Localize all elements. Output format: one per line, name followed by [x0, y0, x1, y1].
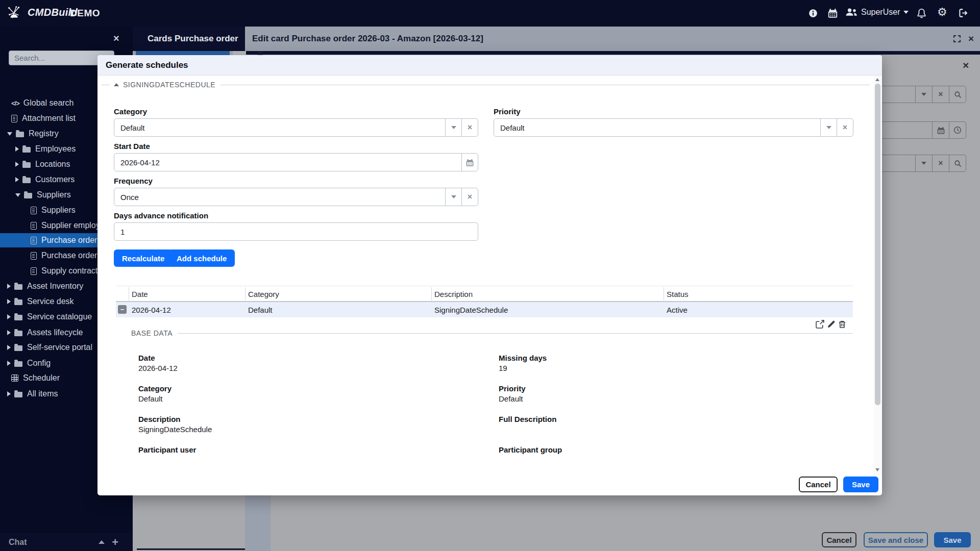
delete-trash-icon[interactable]: [838, 320, 846, 329]
days-advance-label: Days advance notification: [114, 211, 208, 220]
search-icon: [949, 86, 966, 103]
caret-right-icon: [15, 177, 19, 182]
category-input[interactable]: [114, 119, 445, 136]
detail-priority-value: Default: [499, 394, 523, 403]
document-icon: [31, 252, 37, 260]
add-schedule-button[interactable]: Add schedule: [168, 249, 235, 267]
folder-icon: [22, 178, 31, 183]
calendar-icon[interactable]: [461, 154, 478, 171]
clear-icon[interactable]: ×: [837, 119, 853, 136]
cell-status: Active: [667, 306, 688, 314]
folder-icon: [14, 299, 22, 305]
folder-icon: [14, 284, 22, 290]
chat-bar[interactable]: Chat +: [0, 533, 133, 551]
background-save-and-close-button[interactable]: Save and close: [864, 532, 928, 547]
dialog-scrollbar[interactable]: [874, 76, 881, 475]
caret-right-icon: [15, 146, 19, 152]
dialog-close-icon[interactable]: ×: [963, 59, 969, 71]
cell-date: 2026-04-12: [132, 306, 171, 314]
caret-right-icon: [7, 391, 11, 396]
start-date-input[interactable]: [114, 154, 461, 171]
environment-label: DEMO: [70, 8, 100, 19]
clear-icon[interactable]: ×: [461, 188, 478, 206]
folder-icon: [16, 132, 24, 137]
search-icon: [949, 155, 966, 171]
collapse-row-icon[interactable]: −: [118, 305, 127, 314]
detail-category-value: Default: [138, 394, 163, 403]
caret-down-icon[interactable]: [445, 188, 461, 206]
chevron-down-icon: [903, 11, 909, 14]
detail-missing-days-value: 19: [499, 364, 507, 372]
maximize-icon[interactable]: [953, 35, 961, 43]
collapse-section-icon[interactable]: [114, 83, 119, 86]
caret-down-icon[interactable]: [820, 119, 837, 136]
col-date: Date: [132, 290, 148, 298]
top-bar: CMDBuild DEMO SuperUser ⚙: [0, 0, 980, 27]
clock-icon: [949, 122, 966, 138]
cmdbuild-logo-icon: [6, 4, 23, 20]
caret-right-icon: [7, 361, 11, 366]
user-name: SuperUser: [861, 8, 900, 17]
edit-pencil-icon[interactable]: [827, 320, 836, 329]
caret-right-icon: [7, 299, 11, 304]
open-in-new-icon[interactable]: [816, 320, 824, 329]
days-advance-field: [114, 222, 478, 241]
folder-icon: [14, 392, 22, 397]
edit-card-title: Edit card Purchase order 2026-03 - Amazo…: [252, 34, 483, 44]
dialog-header: Generate schedules ×: [97, 55, 882, 76]
close-panel-icon[interactable]: ×: [968, 33, 974, 44]
col-category: Category: [248, 290, 279, 298]
caret-right-icon: [7, 314, 11, 319]
folder-icon: [14, 331, 22, 336]
clear-icon[interactable]: ×: [461, 119, 478, 136]
calendar-icon: [932, 122, 949, 138]
folder-icon: [22, 147, 31, 153]
settings-gear-icon[interactable]: ⚙: [937, 7, 947, 18]
sidebar-close-icon[interactable]: ×: [113, 33, 119, 44]
scroll-down-icon[interactable]: [875, 468, 879, 471]
recalculate-button[interactable]: Recalculate: [114, 249, 173, 267]
background-cancel-button[interactable]: Cancel: [822, 532, 856, 547]
frequency-input[interactable]: [114, 188, 445, 206]
info-icon[interactable]: [808, 9, 818, 18]
col-description: Description: [434, 290, 473, 298]
logout-icon[interactable]: [959, 8, 968, 18]
tab-cards-purchase-order[interactable]: Cards Purchase order: [133, 27, 245, 51]
schedule-table-row[interactable]: − 2026-04-12 Default SigningDateSchedule…: [116, 302, 853, 317]
detail-date-value: 2026-04-12: [138, 364, 178, 372]
add-chat-icon[interactable]: +: [112, 537, 118, 548]
priority-input[interactable]: [494, 119, 820, 136]
calendar-icon[interactable]: [828, 8, 838, 18]
caret-down-icon[interactable]: [445, 119, 461, 136]
schedule-section-legend[interactable]: SIGNINGDATESCHEDULE: [102, 81, 870, 89]
generate-schedules-dialog: Generate schedules × SIGNINGDATESCHEDULE…: [97, 55, 882, 495]
scroll-up-icon[interactable]: [875, 78, 879, 81]
caret-right-icon: [7, 330, 11, 335]
collapse-up-icon[interactable]: [99, 540, 105, 544]
document-icon: [31, 222, 37, 230]
panel-divider: [245, 51, 980, 55]
detail-description-label: Description: [138, 415, 181, 423]
background-save-button[interactable]: Save: [934, 532, 971, 547]
days-advance-input[interactable]: [114, 223, 478, 240]
cell-description: SigningDateSchedule: [434, 306, 508, 314]
edit-card-panel-header: Edit card Purchase order 2026-03 - Amazo…: [245, 27, 980, 51]
start-date-field: [114, 153, 478, 171]
code-icon: </>: [11, 99, 19, 107]
document-icon: [31, 237, 37, 244]
folder-icon: [24, 193, 32, 198]
frequency-label: Frequency: [114, 177, 153, 185]
dialog-cancel-button[interactable]: Cancel: [799, 477, 838, 492]
detail-missing-days-label: Missing days: [499, 354, 547, 362]
chat-label: Chat: [9, 538, 27, 547]
detail-priority-label: Priority: [499, 384, 526, 393]
detail-date-label: Date: [138, 354, 155, 362]
detail-participant-user-label: Participant user: [138, 445, 196, 454]
scrollbar-thumb[interactable]: [875, 84, 880, 405]
notifications-bell-icon[interactable]: [917, 8, 926, 18]
dialog-title: Generate schedules: [106, 60, 188, 70]
detail-full-description-label: Full Description: [499, 415, 556, 423]
user-menu[interactable]: SuperUser: [845, 8, 909, 17]
dialog-save-button[interactable]: Save: [843, 477, 878, 492]
detail-category-label: Category: [138, 384, 172, 393]
